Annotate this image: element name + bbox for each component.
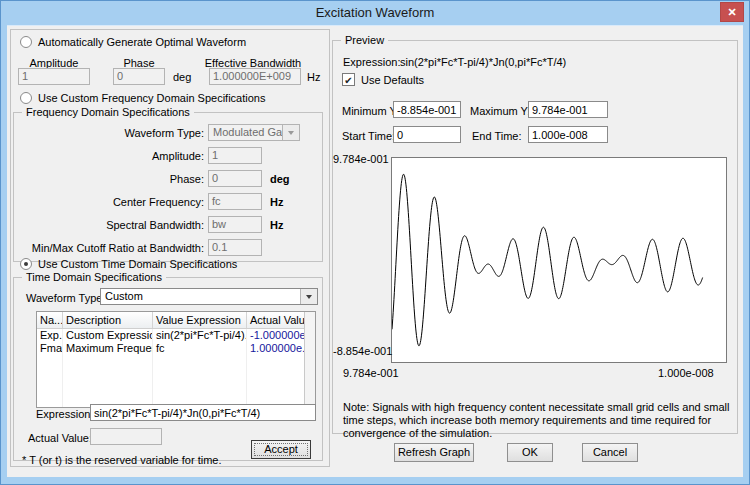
cell-actual-value: -1.000000e... xyxy=(247,329,305,342)
accept-button[interactable]: Accept xyxy=(251,440,311,459)
effective-bandwidth-unit: Hz xyxy=(307,71,320,83)
spectral-bandwidth-label: Spectral Bandwidth: xyxy=(18,219,204,231)
preview-group: Preview Expression: sin(2*pi*Fc*T-pi/4)*… xyxy=(332,40,738,434)
radio-custom-time[interactable]: Use Custom Time Domain Specifications xyxy=(20,258,237,270)
fd-phase-field: 0 xyxy=(208,170,262,187)
radio-time-label: Use Custom Time Domain Specifications xyxy=(38,258,237,270)
cell-value-expression: sin(2*pi*Fc*T-pi/4)... xyxy=(153,329,247,342)
use-defaults-label: Use Defaults xyxy=(361,74,424,86)
td-waveform-type-combo[interactable]: Custom xyxy=(100,288,318,305)
parameters-table[interactable]: Na... Description Value Expression Actua… xyxy=(36,311,316,408)
chevron-down-icon xyxy=(282,125,299,140)
fd-amplitude-label: Amplitude: xyxy=(18,150,204,162)
cell-description: Custom Expressio... xyxy=(63,329,153,342)
minimum-y-label: Minimum Y: xyxy=(342,105,399,117)
x-axis-right-tick: 1.000e-008 xyxy=(658,367,714,379)
close-button[interactable]: ✕ xyxy=(720,2,744,22)
radio-selected-icon xyxy=(20,258,32,270)
maximum-y-label: Maximum Y: xyxy=(470,105,530,117)
column-header[interactable]: Description xyxy=(63,312,153,328)
radio-automatic-label: Automatically Generate Optimal Waveform xyxy=(38,36,246,48)
center-frequency-label: Center Frequency: xyxy=(18,196,204,208)
effective-bandwidth-field: 1.000000E+009 xyxy=(209,68,301,85)
radio-icon xyxy=(20,36,32,48)
y-axis-max-tick: 9.784e-001 xyxy=(333,153,387,165)
table-row-empty xyxy=(37,355,315,368)
td-waveform-type-value: Custom xyxy=(105,290,143,302)
y-axis-min-tick: -8.854e-001 xyxy=(333,345,387,357)
cutoff-ratio-field: 0.1 xyxy=(208,239,262,256)
frequency-domain-group-title: Frequency Domain Specifications xyxy=(22,106,194,118)
cell-name: Fmax xyxy=(37,342,63,355)
spectral-bandwidth-unit: Hz xyxy=(270,219,283,231)
cutoff-ratio-label: Min/Max Cutoff Ratio at Bandwidth: xyxy=(18,242,204,254)
cell-actual-value: 1.000000e... xyxy=(247,342,305,355)
end-time-label: End Time: xyxy=(472,130,522,142)
expression-label: Expression: xyxy=(36,408,93,420)
radio-custom-frequency[interactable]: Use Custom Frequency Domain Specificatio… xyxy=(20,92,265,104)
x-axis-left-tick: 9.784e-001 xyxy=(343,367,399,379)
table-scrollbar[interactable] xyxy=(304,312,315,407)
title-bar[interactable]: Excitation Waveform ✕ xyxy=(1,1,749,24)
waveform-type-label: Waveform Type: xyxy=(18,127,204,139)
td-waveform-type-label: Waveform Type: xyxy=(26,292,105,304)
maximum-y-input[interactable] xyxy=(528,101,608,118)
refresh-graph-button[interactable]: Refresh Graph xyxy=(394,443,474,462)
waveform-plot xyxy=(391,157,727,363)
column-header[interactable]: Value Expression xyxy=(153,312,247,328)
waveform-type-combo-disabled: Modulated Gaussian xyxy=(208,124,300,141)
cell-value-expression: fc xyxy=(153,342,247,355)
ok-button[interactable]: OK xyxy=(507,443,553,462)
preview-group-title: Preview xyxy=(341,34,388,46)
table-header: Na... Description Value Expression Actua… xyxy=(37,312,315,329)
spectral-bandwidth-field: bw xyxy=(208,216,262,233)
fd-amplitude-field: 1 xyxy=(208,147,262,164)
center-frequency-unit: Hz xyxy=(270,196,283,208)
close-icon: ✕ xyxy=(727,6,736,18)
radio-icon xyxy=(20,92,32,104)
time-domain-group-title: Time Domain Specifications xyxy=(22,271,166,283)
radio-automatic-waveform[interactable]: Automatically Generate Optimal Waveform xyxy=(20,36,246,48)
minimum-y-input[interactable] xyxy=(393,101,461,118)
start-time-label: Start Time: xyxy=(342,130,395,142)
amplitude-field: 1 xyxy=(18,68,90,85)
use-defaults-checkbox[interactable] xyxy=(342,73,355,86)
column-header[interactable]: Actual Value xyxy=(247,312,305,328)
dialog-client-area: Automatically Generate Optimal Waveform … xyxy=(7,25,743,477)
fd-phase-unit: deg xyxy=(270,173,290,185)
phase-unit: deg xyxy=(173,71,191,83)
cell-name: Exp... xyxy=(37,329,63,342)
simulation-note: Note: Signals with high frequency conten… xyxy=(343,401,733,440)
actual-value-label: Actual Value: xyxy=(28,432,92,444)
fd-phase-label: Phase: xyxy=(18,173,204,185)
frequency-domain-group: Frequency Domain Specifications Waveform… xyxy=(13,112,323,262)
excitation-waveform-dialog: Excitation Waveform ✕ Automatically Gene… xyxy=(0,0,750,485)
preview-expression-value: sin(2*pi*Fc*T-pi/4)*Jn(0,pi*Fc*T/4) xyxy=(400,56,566,68)
table-row[interactable]: Fmax Maximum Frequency fc 1.000000e... xyxy=(37,342,315,355)
center-frequency-field: fc xyxy=(208,193,262,210)
chevron-down-icon xyxy=(300,289,317,304)
time-variable-footnote: * T (or t) is the reserved variable for … xyxy=(22,454,222,466)
start-time-input[interactable] xyxy=(393,126,461,143)
cancel-button[interactable]: Cancel xyxy=(582,443,638,462)
phase-field: 0 xyxy=(113,68,165,85)
time-domain-group: Time Domain Specifications Waveform Type… xyxy=(13,277,323,461)
column-header[interactable]: Na... xyxy=(37,312,63,328)
expression-input[interactable] xyxy=(90,404,316,421)
radio-frequency-label: Use Custom Frequency Domain Specificatio… xyxy=(38,92,265,104)
end-time-input[interactable] xyxy=(528,126,608,143)
table-row[interactable]: Exp... Custom Expressio... sin(2*pi*Fc*T… xyxy=(37,329,315,342)
cell-description: Maximum Frequency xyxy=(63,342,153,355)
preview-expression-label: Expression: xyxy=(343,56,400,68)
table-row-empty xyxy=(37,368,315,381)
actual-value-field xyxy=(90,428,162,445)
window-title: Excitation Waveform xyxy=(316,5,435,20)
waveform-curve xyxy=(392,158,726,362)
table-row-empty xyxy=(37,381,315,394)
